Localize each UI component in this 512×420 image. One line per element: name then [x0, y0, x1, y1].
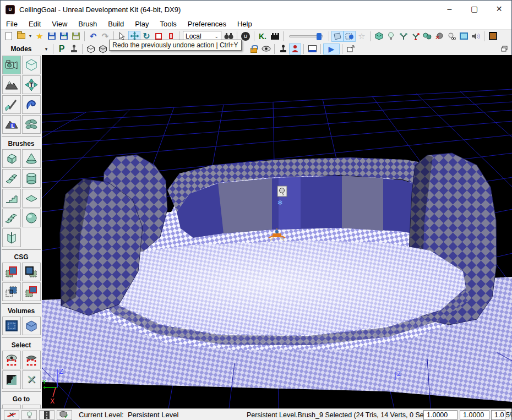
main-toolbar: ▾ ★ ↶ ↷ ↻ Local ⌄ U K.: [1, 29, 511, 42]
menu-help[interactable]: Help: [232, 19, 258, 29]
goto-builder-brush-button[interactable]: [22, 405, 41, 408]
cube-brush-icon: [6, 152, 18, 165]
brush-curved-stair-button[interactable]: [2, 169, 21, 188]
clear-selection-button[interactable]: ✕: [4, 410, 19, 420]
publish-level-button[interactable]: P: [56, 43, 68, 54]
brush-cone-button[interactable]: [22, 149, 41, 168]
csg-deintersect-button[interactable]: [22, 282, 41, 301]
volume-cube-button[interactable]: [22, 317, 41, 335]
csg-deintersect-icon: [25, 286, 38, 298]
generic-browser-button[interactable]: [344, 31, 356, 42]
package-status-button[interactable]: ✓: [57, 410, 72, 420]
new-map-button[interactable]: [3, 31, 15, 42]
menu-play[interactable]: Play: [129, 19, 154, 29]
terrain-mode-button[interactable]: [2, 75, 21, 94]
build-all-button[interactable]: [487, 31, 499, 42]
menu-file[interactable]: File: [1, 19, 23, 29]
hide-selected-button[interactable]: [22, 351, 41, 369]
brush-polys-button[interactable]: [85, 43, 97, 54]
socket-names-button[interactable]: [409, 31, 421, 42]
camera-speed-slider[interactable]: [289, 35, 323, 37]
paths-button[interactable]: [39, 410, 55, 420]
textured-cube-button[interactable]: [97, 43, 109, 54]
maximize-button[interactable]: ▢: [462, 1, 487, 17]
play-level-button[interactable]: ▶: [323, 43, 340, 54]
udk-app-icon: U: [6, 5, 15, 14]
viewport-config-button[interactable]: [306, 43, 318, 54]
drawscale-y-field[interactable]: 1.0000: [460, 410, 489, 420]
detach-viewport-button[interactable]: [345, 43, 357, 54]
undo-button[interactable]: ↶: [87, 31, 99, 42]
csg-subtract-button[interactable]: [22, 263, 41, 281]
minimize-button[interactable]: –: [437, 1, 462, 17]
brush-linear-stair-button[interactable]: [2, 189, 21, 208]
toggle-lights-button[interactable]: [385, 31, 397, 42]
eye-select-icon: [5, 353, 18, 367]
close-button[interactable]: ✕: [487, 1, 511, 17]
favorite-browser-button[interactable]: ☆: [356, 31, 368, 42]
drawscale-z-field[interactable]: 1.0: [491, 410, 505, 420]
play-in-editor-button[interactable]: [277, 43, 289, 54]
drawscale-x-field[interactable]: 1.0000: [423, 410, 457, 420]
light-sparkle-icon: ✻: [277, 199, 282, 206]
brush-sphere-button[interactable]: [22, 209, 41, 227]
brush-wireframe-button[interactable]: [457, 31, 470, 42]
save-all-button[interactable]: [58, 31, 70, 42]
binoculars-icon: [224, 32, 233, 40]
deselect-all-button[interactable]: ✕: [22, 370, 41, 389]
lighting-quality-button[interactable]: [21, 410, 37, 420]
geometry-mode-button-side[interactable]: [22, 56, 41, 74]
modes-dropdown[interactable]: ▾: [42, 43, 51, 54]
svg-text:✕: ✕: [435, 34, 440, 40]
dock-toolbar-button[interactable]: [498, 43, 510, 54]
invert-selection-button[interactable]: [2, 370, 21, 389]
goto-actor-button[interactable]: [2, 405, 21, 408]
slider-thumb[interactable]: [317, 33, 322, 40]
brush-clip-mode-button[interactable]: [2, 95, 21, 114]
open-matinee-button[interactable]: [269, 31, 281, 42]
foliage-mode-button[interactable]: [22, 115, 41, 134]
brush-sheet-button[interactable]: [22, 189, 41, 208]
brush-cube-button[interactable]: [2, 149, 21, 168]
csg-add-button[interactable]: [2, 263, 21, 281]
socket-snapping-button[interactable]: [397, 31, 409, 42]
save-button[interactable]: [46, 31, 58, 42]
lock-level-button[interactable]: [248, 43, 260, 54]
brush-volumetric-button[interactable]: [2, 228, 21, 247]
toggle-sounds-button[interactable]: [470, 31, 482, 42]
brush-cylinder-button[interactable]: [22, 169, 41, 188]
open-map-button[interactable]: [15, 31, 27, 42]
camera-mode-button[interactable]: [2, 56, 21, 74]
content-browser-button[interactable]: [331, 31, 344, 42]
save-icon: [48, 32, 56, 40]
menu-preferences[interactable]: Preferences: [182, 19, 232, 29]
menu-tools[interactable]: Tools: [155, 19, 182, 29]
visibility-button[interactable]: [260, 43, 272, 54]
show-selected-button[interactable]: [2, 351, 21, 369]
hide-actors-button[interactable]: ✕: [433, 31, 445, 42]
brush-spiral-stair-button[interactable]: [2, 209, 21, 227]
add-volume-button[interactable]: [2, 317, 21, 335]
save-modified-button[interactable]: [70, 31, 82, 42]
play-from-here-button[interactable]: [289, 43, 301, 54]
open-kismet-button[interactable]: K.: [257, 31, 269, 42]
menu-edit[interactable]: Edit: [23, 19, 46, 29]
open-recent-dropdown[interactable]: ▾: [27, 31, 34, 42]
viewport-canvas[interactable]: ✻: [42, 55, 512, 408]
group-actors-button[interactable]: [421, 31, 433, 42]
static-mesh-mode-button[interactable]: [22, 95, 41, 114]
landscape-mode-button[interactable]: L: [2, 115, 21, 134]
kismet-icon: K.: [259, 32, 266, 41]
menu-view[interactable]: View: [46, 19, 73, 29]
translate-mode-button[interactable]: T: [22, 75, 41, 94]
csg-intersect-button[interactable]: [2, 282, 21, 301]
play-on-pc-button[interactable]: [68, 43, 80, 54]
menu-build[interactable]: Build: [102, 19, 129, 29]
menu-brush[interactable]: Brush: [73, 19, 102, 29]
title-bar[interactable]: U CeilingGoal - Unreal Development Kit (…: [1, 1, 511, 18]
favorites-button[interactable]: ★: [34, 31, 46, 42]
perspective-viewport[interactable]: ✻: [42, 55, 512, 408]
lighting-only-button[interactable]: [445, 31, 457, 42]
road-icon: [43, 411, 50, 419]
geometry-mode-button[interactable]: [373, 31, 385, 42]
